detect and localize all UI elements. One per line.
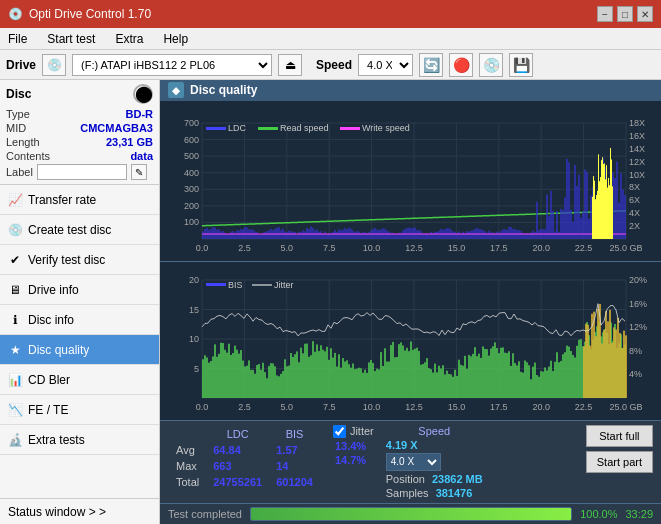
- disc-type-val: BD-R: [126, 108, 154, 120]
- samples-label: Samples: [386, 487, 429, 499]
- stats-speed-select[interactable]: 4.0 X: [386, 453, 441, 471]
- fe-te-label: FE / TE: [28, 403, 68, 417]
- disc-section-label: Disc: [6, 87, 31, 101]
- speed-select-row: 4.0 X: [386, 453, 483, 471]
- transfer-rate-icon: 📈: [8, 193, 22, 207]
- sidebar: Disc ⬤ Type BD-R MID CMCMAGBA3 Length 23…: [0, 80, 160, 524]
- speed-label: Speed: [316, 58, 352, 72]
- jitter-avg-val: 13.4%: [333, 440, 374, 452]
- nav-item-cd-bler[interactable]: 📊CD Bler: [0, 365, 159, 395]
- jitter-section: Jitter 13.4% 14.7%: [333, 425, 374, 468]
- menu-start-test[interactable]: Start test: [43, 30, 99, 48]
- stats-table: LDC BIS Avg 64.84 1.57 Max 663 14 Total …: [168, 425, 321, 491]
- start-part-button[interactable]: Start part: [586, 451, 653, 473]
- stats-max-label: Max: [170, 459, 205, 473]
- position-label: Position: [386, 473, 425, 485]
- save-button[interactable]: 💾: [509, 53, 533, 77]
- menu-extra[interactable]: Extra: [111, 30, 147, 48]
- disc-quality-title: Disc quality: [190, 83, 257, 97]
- disc-label-input[interactable]: [37, 164, 127, 180]
- eject-button[interactable]: ⏏: [278, 54, 302, 76]
- status-window-button[interactable]: Status window > >: [0, 498, 159, 524]
- stats-row: LDC BIS Avg 64.84 1.57 Max 663 14 Total …: [160, 420, 661, 503]
- position-row: Position 23862 MB: [386, 473, 483, 485]
- menu-file[interactable]: File: [4, 30, 31, 48]
- disc-info-icon: ℹ: [8, 313, 22, 327]
- extra-tests-icon: 🔬: [8, 433, 22, 447]
- nav-item-disc-quality[interactable]: ★Disc quality: [0, 335, 159, 365]
- menu-help[interactable]: Help: [159, 30, 192, 48]
- minimize-button[interactable]: −: [597, 6, 613, 22]
- progress-text: 100.0%: [580, 508, 617, 520]
- nav-items-container: 📈Transfer rate💿Create test disc✔Verify t…: [0, 185, 159, 455]
- nav-item-create-test-disc[interactable]: 💿Create test disc: [0, 215, 159, 245]
- samples-val: 381476: [436, 487, 473, 499]
- disc-label-key: Label: [6, 166, 33, 178]
- disc-mid-row: MID CMCMAGBA3: [6, 122, 153, 134]
- drive-label: Drive: [6, 58, 36, 72]
- nav-item-disc-info[interactable]: ℹDisc info: [0, 305, 159, 335]
- nav-item-verify-test-disc[interactable]: ✔Verify test disc: [0, 245, 159, 275]
- nav-item-extra-tests[interactable]: 🔬Extra tests: [0, 425, 159, 455]
- drive-icon-btn[interactable]: 💿: [42, 54, 66, 76]
- app-title: Opti Drive Control 1.70: [29, 7, 151, 21]
- progress-bar-inner: [251, 508, 571, 520]
- create-test-disc-icon: 💿: [8, 223, 22, 237]
- disc-type-key: Type: [6, 108, 30, 120]
- stats-max-ldc: 663: [207, 459, 268, 473]
- maximize-button[interactable]: □: [617, 6, 633, 22]
- top-chart-canvas: [160, 101, 661, 259]
- jitter-checkbox[interactable]: [333, 425, 346, 438]
- jitter-check-area: Jitter: [333, 425, 374, 438]
- drive-info-icon: 🖥: [8, 283, 22, 297]
- samples-row: Samples 381476: [386, 487, 483, 499]
- stats-header-bis: BIS: [270, 427, 319, 441]
- disc-length-row: Length 23,31 GB: [6, 136, 153, 148]
- disc-mid-key: MID: [6, 122, 26, 134]
- disc-graphic: ⬤: [133, 84, 153, 104]
- title-bar-left: 💿 Opti Drive Control 1.70: [8, 7, 151, 21]
- stats-total-label: Total: [170, 475, 205, 489]
- start-full-button[interactable]: Start full: [586, 425, 653, 447]
- avg-speed-val: 4.19 X: [386, 439, 483, 451]
- refresh-button[interactable]: 🔄: [419, 53, 443, 77]
- jitter-max-val: 14.7%: [333, 454, 374, 466]
- close-button[interactable]: ✕: [637, 6, 653, 22]
- disc-panel-header: Disc ⬤: [6, 84, 153, 104]
- disc-length-key: Length: [6, 136, 40, 148]
- disc-burn-button[interactable]: 💿: [479, 53, 503, 77]
- title-bar-controls: − □ ✕: [597, 6, 653, 22]
- nav-item-transfer-rate[interactable]: 📈Transfer rate: [0, 185, 159, 215]
- chart-bottom: [160, 262, 661, 420]
- disc-contents-key: Contents: [6, 150, 50, 162]
- chart-top: [160, 101, 661, 262]
- disc-quality-label: Disc quality: [28, 343, 89, 357]
- verify-test-disc-icon: ✔: [8, 253, 22, 267]
- stats-total-bis: 601204: [270, 475, 319, 489]
- stats-total-ldc: 24755261: [207, 475, 268, 489]
- disc-quality-header: ◆ Disc quality: [160, 80, 661, 101]
- disc-info-label: Disc info: [28, 313, 74, 327]
- status-window-label: Status window > >: [8, 505, 106, 519]
- drive-select[interactable]: (F:) ATAPI iHBS112 2 PL06: [72, 54, 272, 76]
- speed-select[interactable]: 4.0 X: [358, 54, 413, 76]
- jitter-label: Jitter: [350, 425, 374, 437]
- stats-header-ldc: LDC: [207, 427, 268, 441]
- nav-item-fe-te[interactable]: 📉FE / TE: [0, 395, 159, 425]
- disc-label-edit-button[interactable]: ✎: [131, 164, 147, 180]
- bottom-chart-canvas: [160, 262, 661, 418]
- disc-erase-button[interactable]: 🔴: [449, 53, 473, 77]
- drive-info-label: Drive info: [28, 283, 79, 297]
- speed-stats-section: Speed 4.19 X 4.0 X Position 23862 MB Sam…: [386, 425, 483, 499]
- menu-bar: File Start test Extra Help: [0, 28, 661, 50]
- content-area: ◆ Disc quality LDC BIS Avg: [160, 80, 661, 524]
- main-layout: Disc ⬤ Type BD-R MID CMCMAGBA3 Length 23…: [0, 80, 661, 524]
- nav-item-drive-info[interactable]: 🖥Drive info: [0, 275, 159, 305]
- cd-bler-icon: 📊: [8, 373, 22, 387]
- extra-tests-label: Extra tests: [28, 433, 85, 447]
- fe-te-icon: 📉: [8, 403, 22, 417]
- stats-avg-ldc: 64.84: [207, 443, 268, 457]
- drive-bar: Drive 💿 (F:) ATAPI iHBS112 2 PL06 ⏏ Spee…: [0, 50, 661, 80]
- time-text: 33:29: [625, 508, 653, 520]
- position-val: 23862 MB: [432, 473, 483, 485]
